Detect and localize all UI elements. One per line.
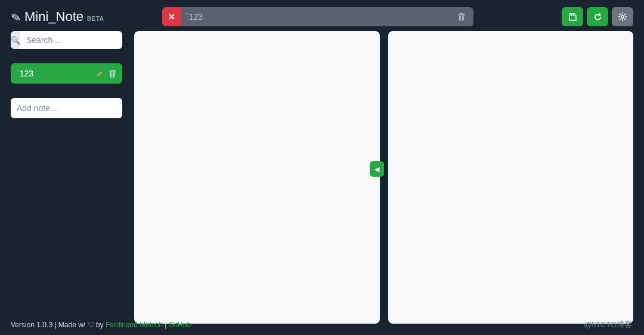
made-with: | Made w/ ♡ by xyxy=(52,321,106,329)
pencil-logo-icon: ✎ xyxy=(10,10,22,26)
close-icon: ✕ xyxy=(168,12,175,21)
note-title-wrap xyxy=(181,7,473,26)
note-title-bar: ✕ xyxy=(162,7,473,26)
note-title-trash-button[interactable] xyxy=(454,13,469,21)
svg-line-8 xyxy=(624,19,625,19)
content-panes: ◀ xyxy=(134,31,633,324)
save-button[interactable] xyxy=(562,7,583,26)
svg-line-9 xyxy=(620,19,620,19)
close-note-button[interactable]: ✕ xyxy=(162,7,181,26)
svg-line-10 xyxy=(624,14,625,14)
gear-icon xyxy=(618,12,627,21)
editor-pane[interactable] xyxy=(134,31,380,324)
svg-point-2 xyxy=(621,16,624,18)
footer-sep: | xyxy=(163,321,169,329)
settings-button[interactable] xyxy=(612,7,633,26)
version-prefix: Version xyxy=(11,321,36,329)
note-title-input[interactable] xyxy=(186,12,454,21)
header-bar: ✎ Mini_Note BETA ✕ xyxy=(0,0,644,31)
brand: ✎ Mini_Note BETA xyxy=(11,9,156,24)
svg-rect-1 xyxy=(572,14,572,16)
author-link[interactable]: Ferdinand Mütsch xyxy=(106,321,163,329)
app-title: Mini_Note xyxy=(24,9,83,24)
header-actions xyxy=(562,7,633,26)
search-icon-box[interactable]: 🔍 xyxy=(11,31,20,49)
add-note-input[interactable] xyxy=(11,98,122,118)
note-item[interactable]: `123 xyxy=(11,63,122,84)
watermark: @51CTO博客 xyxy=(584,319,632,330)
github-link[interactable]: GitHub xyxy=(169,321,191,329)
search-input[interactable] xyxy=(20,31,122,49)
save-icon xyxy=(568,13,577,21)
delete-note-button[interactable] xyxy=(109,69,116,78)
chevron-left-icon: ◀ xyxy=(374,165,379,173)
edit-note-button[interactable] xyxy=(97,70,103,77)
search-icon: 🔍 xyxy=(11,36,20,45)
collapse-preview-button[interactable]: ◀ xyxy=(370,161,384,177)
preview-pane xyxy=(388,31,634,324)
trash-icon xyxy=(458,13,465,21)
trash-icon xyxy=(109,69,116,78)
search-row: 🔍 xyxy=(11,31,122,49)
reload-icon xyxy=(593,13,602,21)
footer: Version 1.0.3 | Made w/ ♡ by Ferdinand M… xyxy=(11,321,191,329)
note-item-label: `123 xyxy=(17,69,97,78)
beta-badge: BETA xyxy=(87,16,104,22)
svg-line-7 xyxy=(620,14,620,14)
main-area: 🔍 `123 + xyxy=(0,31,644,324)
add-note-row: + xyxy=(11,98,122,118)
sidebar: 🔍 `123 + xyxy=(11,31,122,324)
pencil-icon xyxy=(97,70,103,77)
version-number: 1.0.3 xyxy=(36,321,52,329)
reload-button[interactable] xyxy=(587,7,608,26)
